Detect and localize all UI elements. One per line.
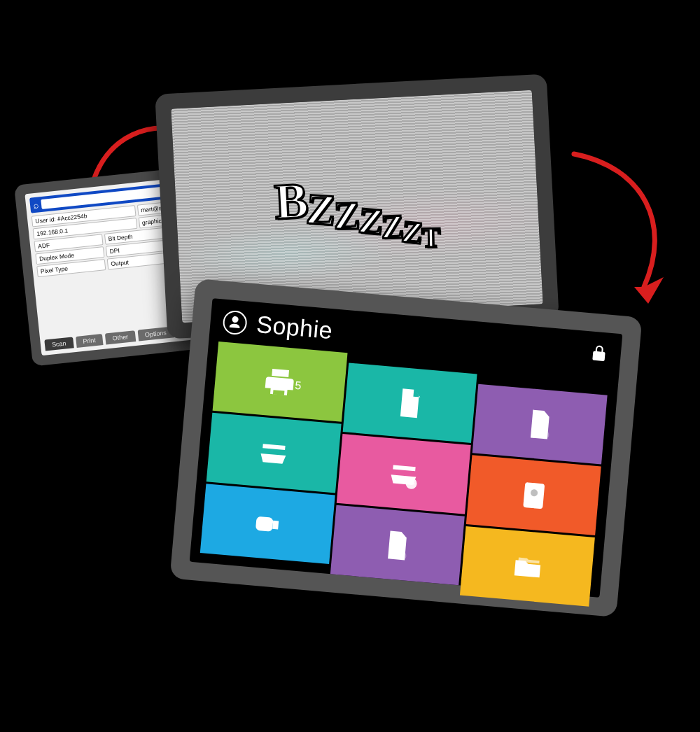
folder-stack-icon <box>510 548 546 584</box>
id-card-icon <box>515 477 552 514</box>
tab-scan[interactable]: Scan <box>44 337 74 351</box>
avatar-icon[interactable] <box>222 309 248 335</box>
scanner-icon <box>255 435 292 471</box>
scan-tile[interactable] <box>206 413 342 493</box>
usb-drive-icon <box>249 506 286 542</box>
cert-doc-tile-2[interactable] <box>330 505 465 586</box>
print-tile[interactable]: 5 <box>213 342 348 422</box>
printer-icon <box>262 363 298 400</box>
id-card-tile[interactable] <box>466 455 601 535</box>
scan-chat-tile[interactable] <box>336 434 471 514</box>
document-icon <box>392 385 428 421</box>
scanner-chat-icon <box>386 456 422 492</box>
tab-other[interactable]: Other <box>105 330 136 344</box>
usb-tile[interactable] <box>200 484 335 564</box>
tab-print[interactable]: Print <box>76 334 104 348</box>
arrow-right <box>560 140 686 322</box>
tile-badge: 5 <box>295 379 302 392</box>
cert-doc-tile[interactable] <box>472 384 608 465</box>
folder-tile[interactable] <box>460 526 595 607</box>
search-icon: ⌕ <box>32 199 39 211</box>
tile-grid: 5 <box>200 342 609 587</box>
username-label: Sophie <box>255 311 334 344</box>
cert-document-icon <box>522 406 558 442</box>
cert-document-icon <box>379 527 416 563</box>
home-screen: Sophie 5 <box>190 298 623 598</box>
home-tablet: Sophie 5 <box>169 279 642 617</box>
document-tile[interactable] <box>342 363 477 443</box>
lock-icon[interactable] <box>589 343 609 365</box>
glitch-text: BZZZZZT <box>274 176 440 237</box>
